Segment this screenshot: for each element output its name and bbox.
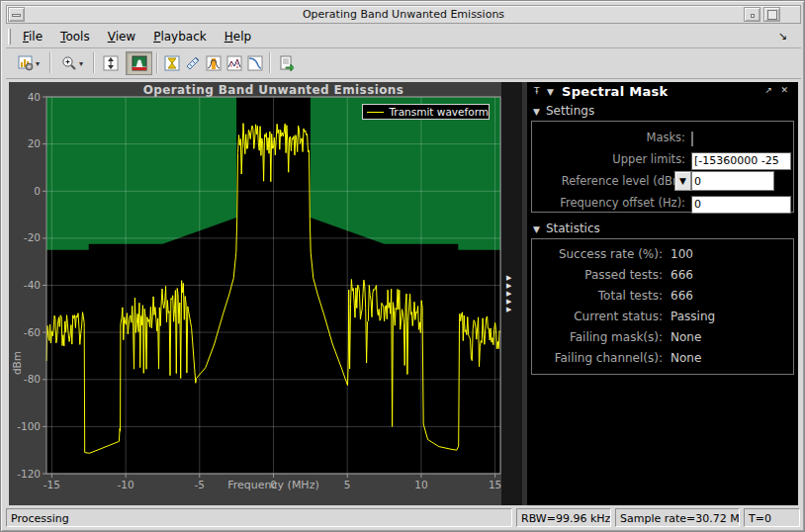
success-rate-value: 100 — [671, 247, 693, 261]
svg-text:0: 0 — [34, 185, 41, 197]
chevron-down-icon: ▼ — [683, 135, 690, 145]
collapse-statistics-icon: ▼ — [533, 224, 540, 234]
generate-script-button[interactable] — [275, 51, 297, 75]
spectral-mask-icon — [132, 55, 147, 71]
statistics-section-header[interactable]: ▼Statistics — [533, 222, 600, 235]
figure-area: Operating Band Unwanted Emissions 40200-… — [9, 82, 501, 505]
measure-ruler-button[interactable] — [182, 51, 203, 75]
passed-tests-label: Passed tests: — [532, 268, 663, 282]
splitter-expander-arrows[interactable]: ▶▶▶▶▶ — [506, 274, 511, 313]
legend-label: Transmit waveform — [389, 106, 489, 118]
zoom-button[interactable]: ▾ — [55, 51, 89, 75]
rbw-readout: RBW=99.96 kHz — [516, 508, 611, 527]
peak-finder-button[interactable] — [224, 51, 244, 75]
statusbar: Processing RBW=99.96 kHz Sample rate=30.… — [6, 507, 801, 529]
failing-channels-value: None — [671, 351, 701, 365]
masks-value: Upper — [695, 134, 728, 147]
minimize-button[interactable] — [744, 7, 760, 22]
ruler-icon — [185, 55, 201, 71]
window-title: Operating Band Unwanted Emissions — [7, 8, 800, 21]
sample-rate-readout: Sample rate=30.72 MHz — [615, 508, 740, 527]
panel-title: Spectral Mask — [562, 84, 669, 99]
reference-level-label: Reference level (dBr): — [532, 174, 685, 188]
toolbar-separator — [156, 52, 158, 73]
y-axis-label: dBm — [11, 343, 23, 383]
menu-help[interactable]: Help — [216, 26, 260, 46]
minimize-icon — [751, 14, 755, 18]
masks-label: Masks: — [532, 131, 685, 144]
settings-group: Masks: Upper ▼ Upper limits: Reference l… — [531, 121, 794, 213]
spectrum-plot[interactable]: 40200-20-40-60-80-100-120-15-10-5051015 — [9, 82, 501, 505]
svg-text:-80: -80 — [24, 373, 41, 385]
panel-splitter[interactable]: ▶▶▶▶▶ — [501, 82, 527, 505]
menubar-grip[interactable] — [8, 29, 11, 44]
distortion-icon — [164, 55, 180, 71]
ccdf-icon — [247, 55, 263, 71]
masks-row: Masks: Upper ▼ — [532, 127, 793, 148]
passed-tests-value: 666 — [671, 268, 693, 282]
svg-text:20: 20 — [28, 137, 41, 149]
menu-view[interactable]: View — [99, 26, 144, 46]
passed-tests-row: Passed tests: 666 — [532, 265, 793, 286]
toolbar: ▾ ▾ — [6, 48, 801, 79]
toolbar-separator — [93, 52, 95, 73]
masks-dropdown[interactable]: Upper ▼ — [691, 132, 693, 146]
menubar: FileToolsViewPlaybackHelp ↘ — [6, 26, 801, 48]
channel-measurements-icon — [206, 55, 222, 71]
total-tests-row: Total tests: 666 — [532, 286, 793, 307]
current-status-row: Current status: Passing — [532, 307, 793, 327]
content-area: Operating Band Unwanted Emissions 40200-… — [9, 82, 798, 505]
menu-file[interactable]: File — [14, 26, 51, 46]
current-status-value: Passing — [671, 310, 715, 323]
spectrum-analyzer-window: Operating Band Unwanted Emissions FileTo… — [0, 0, 805, 532]
spectrum-settings-icon — [18, 55, 34, 71]
menu-tools[interactable]: Tools — [51, 26, 99, 46]
frequency-offset-label: Frequency offset (Hz): — [532, 196, 685, 210]
toolbar-separator — [269, 52, 271, 73]
legend-line-sample — [367, 112, 384, 113]
dock-back-icon[interactable]: ↘ — [778, 30, 787, 43]
generate-script-icon — [278, 55, 294, 71]
menu-playback[interactable]: Playback — [144, 26, 216, 46]
titlebar[interactable]: Operating Band Unwanted Emissions — [6, 5, 801, 24]
maximize-icon — [767, 10, 777, 20]
collapse-settings-icon: ▼ — [533, 107, 540, 117]
toolbar-separator — [49, 52, 51, 73]
upper-limits-row: Upper limits: — [532, 148, 793, 170]
ccdf-measurements-button[interactable] — [244, 51, 265, 75]
failing-channels-label: Failing channel(s): — [532, 351, 663, 365]
svg-text:-60: -60 — [24, 326, 41, 338]
distortion-measurements-button[interactable] — [161, 51, 182, 75]
spectral-mask-panel: Ŧ ▼ Spectral Mask ↗ ✕ ▼Settings Masks: U… — [527, 82, 798, 505]
svg-text:-120: -120 — [17, 468, 41, 480]
upper-limits-label: Upper limits: — [532, 152, 685, 166]
scale-y-axis-icon — [103, 55, 119, 71]
x-axis-label: Frequency (MHz) — [46, 479, 500, 491]
scale-y-axis-button[interactable] — [99, 51, 123, 75]
pin-icon[interactable]: Ŧ — [534, 86, 540, 96]
upper-limits-input[interactable] — [691, 152, 791, 170]
spectrum-settings-button[interactable]: ▾ — [12, 51, 45, 75]
channel-measurements-button[interactable] — [203, 51, 224, 75]
status-message: Processing — [6, 508, 512, 527]
reference-level-row: Reference level (dBr): ▼ — [532, 170, 793, 192]
settings-section-header[interactable]: ▼Settings — [533, 104, 594, 118]
spectral-mask-button[interactable] — [126, 51, 152, 75]
statistics-group: Success rate (%): 100 Passed tests: 666 … — [531, 238, 794, 375]
reference-level-dropdown-button[interactable]: ▼ — [674, 171, 691, 191]
maximize-button[interactable] — [763, 7, 780, 22]
legend[interactable]: Transmit waveform — [362, 104, 490, 120]
reference-level-input[interactable] — [691, 171, 774, 191]
frequency-offset-input[interactable] — [691, 196, 791, 214]
success-rate-row: Success rate (%): 100 — [532, 244, 793, 265]
svg-text:-40: -40 — [24, 279, 41, 291]
svg-text:40: 40 — [28, 91, 41, 103]
undock-panel-icon[interactable]: ↗ — [764, 85, 772, 95]
svg-text:-100: -100 — [17, 420, 41, 432]
settings-header-label: Settings — [546, 104, 594, 118]
collapse-panel-icon[interactable]: ▼ — [547, 87, 554, 97]
frequency-offset-row: Frequency offset (Hz): — [532, 192, 793, 214]
success-rate-label: Success rate (%): — [532, 247, 663, 261]
close-panel-icon[interactable]: ✕ — [780, 85, 788, 95]
current-status-label: Current status: — [532, 310, 663, 323]
